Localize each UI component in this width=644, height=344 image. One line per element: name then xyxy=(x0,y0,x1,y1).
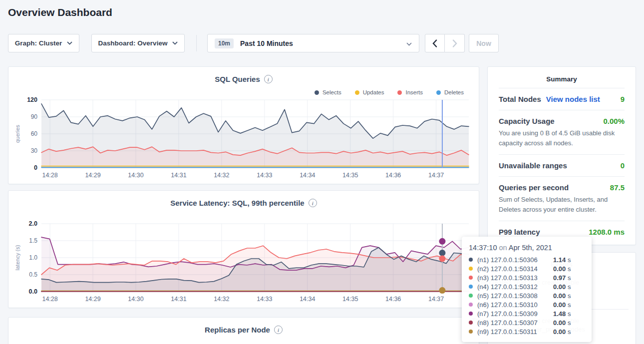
node-address: (n5) 127.0.0.1:50308 xyxy=(477,292,553,300)
graph-dropdown-label: Graph: Cluster xyxy=(15,39,62,47)
tooltip-row: (n7) 127.0.0.1:503091.48 s xyxy=(469,309,585,318)
svg-text:14:31: 14:31 xyxy=(171,296,186,303)
node-address: (n2) 127.0.0.1:50314 xyxy=(477,265,553,273)
service-latency-plot[interactable]: 14:2814:2914:3014:3114:3214:3314:3414:35… xyxy=(12,219,475,305)
chart-hover-tooltip: 14:37:10 on Apr 5th, 2021 (n1) 127.0.0.1… xyxy=(462,237,592,342)
total-nodes-value: 9 xyxy=(621,95,625,103)
info-icon[interactable]: i xyxy=(274,326,283,334)
svg-text:14:37: 14:37 xyxy=(428,172,444,179)
svg-text:1.5: 1.5 xyxy=(29,237,37,244)
svg-text:0: 0 xyxy=(34,164,37,171)
svg-text:1.0: 1.0 xyxy=(29,254,37,261)
svg-text:queries: queries xyxy=(14,124,20,143)
tooltip-row: (n9) 127.0.0.1:503110.00 s xyxy=(469,327,585,336)
svg-text:14:36: 14:36 xyxy=(385,296,401,303)
node-address: (n8) 127.0.0.1:50307 xyxy=(477,319,553,327)
node-address: (n6) 127.0.0.1:50310 xyxy=(477,301,553,309)
total-nodes-label: Total Nodes xyxy=(499,95,541,103)
time-range-picker[interactable]: 10m Past 10 Minutes xyxy=(207,34,419,52)
tooltip-row: (n8) 127.0.0.1:503070.00 s xyxy=(469,318,585,327)
legend-dot-icon xyxy=(355,90,359,95)
tooltip-row: (n4) 127.0.0.1:503120.00 s xyxy=(469,282,585,291)
svg-text:14:32: 14:32 xyxy=(214,172,229,179)
time-range-label: Past 10 Minutes xyxy=(240,39,406,47)
svg-text:14:35: 14:35 xyxy=(342,172,358,179)
qps-description: Sum of Selects, Updates, Inserts, and De… xyxy=(499,195,625,214)
node-color-dot-icon xyxy=(469,294,473,298)
svg-text:14:34: 14:34 xyxy=(300,296,315,303)
chart-title: Service Latency: SQL, 99th percentile xyxy=(170,199,304,207)
qps-label: Queries per second xyxy=(499,183,569,192)
svg-text:0.0: 0.0 xyxy=(29,288,37,295)
chevron-down-icon xyxy=(67,41,72,45)
unavailable-ranges-value: 0 xyxy=(621,161,625,170)
svg-text:60: 60 xyxy=(31,130,38,137)
tooltip-row: (n1) 127.0.0.1:503061.14 s xyxy=(469,255,585,264)
node-address: (n9) 127.0.0.1:50311 xyxy=(477,328,553,336)
svg-text:14:30: 14:30 xyxy=(128,172,143,179)
node-latency-value: 0.00 s xyxy=(553,301,571,309)
node-color-dot-icon xyxy=(469,330,473,334)
info-icon[interactable]: i xyxy=(264,75,273,83)
legend-dot-icon xyxy=(315,90,319,95)
summary-panel: Summary Total Nodes View nodes list 9 Ca… xyxy=(487,66,636,245)
summary-row-qps: Queries per second 87.5 Sum of Selects, … xyxy=(499,176,625,221)
summary-row-capacity: Capacity Usage 0.00% You are using 0 B o… xyxy=(499,110,625,154)
tooltip-node-rows: (n1) 127.0.0.1:503061.14 s(n2) 127.0.0.1… xyxy=(469,255,585,336)
tooltip-row: (n6) 127.0.0.1:503100.00 s xyxy=(469,300,585,309)
node-latency-value: 0.00 s xyxy=(553,319,571,327)
node-latency-value: 1.14 s xyxy=(553,256,571,264)
tooltip-row: (n3) 127.0.0.1:503130.97 s xyxy=(469,273,585,282)
now-button[interactable]: Now xyxy=(469,34,499,52)
node-latency-value: 1.48 s xyxy=(553,310,571,318)
p99-latency-value: 1208.0 ms xyxy=(589,228,625,236)
capacity-description: You are using 0 B of 4.5 GiB usable disk… xyxy=(499,128,625,148)
view-nodes-list-link[interactable]: View nodes list xyxy=(546,95,600,103)
node-address: (n1) 127.0.0.1:50306 xyxy=(477,256,553,264)
svg-text:30: 30 xyxy=(31,147,38,154)
svg-text:14:34: 14:34 xyxy=(300,172,315,179)
chevron-down-icon xyxy=(406,39,412,48)
previous-time-button[interactable] xyxy=(425,34,445,52)
node-address: (n3) 127.0.0.1:50313 xyxy=(477,274,553,282)
node-color-dot-icon xyxy=(469,276,473,280)
tooltip-timestamp: 14:37:10 on Apr 5th, 2021 xyxy=(469,244,585,252)
page-title: Overview Dashboard xyxy=(8,6,112,18)
chart-title: Replicas per Node xyxy=(205,326,270,334)
summary-row-total-nodes: Total Nodes View nodes list 9 xyxy=(499,88,625,110)
info-icon[interactable]: i xyxy=(309,199,317,207)
graph-dropdown[interactable]: Graph: Cluster xyxy=(8,34,79,52)
service-latency-chart-card: Service Latency: SQL, 99th percentile i … xyxy=(8,190,479,308)
svg-text:14:33: 14:33 xyxy=(257,172,272,179)
node-color-dot-icon xyxy=(469,303,473,307)
svg-text:0.5: 0.5 xyxy=(29,271,37,278)
node-latency-value: 0.00 s xyxy=(553,328,571,336)
sql-queries-chart-card: SQL Queries i SelectsUpdatesInsertsDelet… xyxy=(8,66,479,184)
node-color-dot-icon xyxy=(469,321,473,325)
chart-title: SQL Queries xyxy=(215,75,260,83)
capacity-label: Capacity Usage xyxy=(499,117,555,125)
svg-text:14:32: 14:32 xyxy=(214,296,229,303)
chevron-down-icon xyxy=(172,41,178,45)
dashboard-dropdown-label: Dashboard: Overview xyxy=(98,39,168,47)
svg-text:2.0: 2.0 xyxy=(29,220,37,227)
svg-text:14:33: 14:33 xyxy=(257,296,272,303)
svg-text:14:36: 14:36 xyxy=(385,172,401,179)
legend-dot-icon xyxy=(436,90,441,95)
node-latency-value: 0.00 s xyxy=(553,292,571,300)
legend-dot-icon xyxy=(397,90,402,95)
node-latency-value: 0.00 s xyxy=(553,265,571,273)
svg-text:latency (s): latency (s) xyxy=(14,245,20,271)
next-time-button[interactable] xyxy=(445,34,465,52)
p99-latency-label: P99 latency xyxy=(499,228,540,236)
node-color-dot-icon xyxy=(469,258,473,262)
toolbar-divider xyxy=(196,35,197,51)
svg-text:90: 90 xyxy=(31,113,38,120)
node-latency-value: 0.97 s xyxy=(553,274,571,282)
node-color-dot-icon xyxy=(469,267,473,271)
svg-text:14:35: 14:35 xyxy=(342,296,358,303)
unavailable-ranges-label: Unavailable ranges xyxy=(499,161,567,170)
dashboard-dropdown[interactable]: Dashboard: Overview xyxy=(91,34,185,52)
sql-queries-plot[interactable]: 14:2814:2914:3014:3114:3214:3314:3414:35… xyxy=(12,95,475,181)
capacity-value: 0.00% xyxy=(603,117,625,125)
